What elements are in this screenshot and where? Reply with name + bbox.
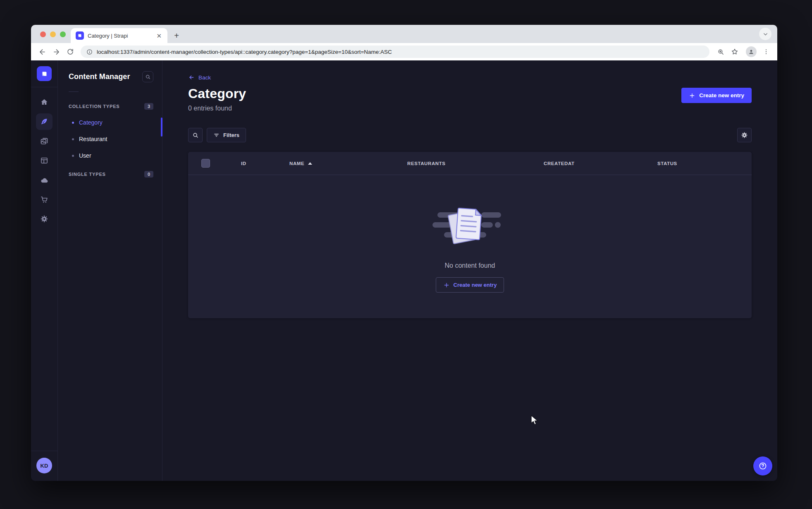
single-types-section: SINGLE TYPES 0 — [58, 168, 162, 180]
column-header-createdat[interactable]: CREATEDAT — [544, 161, 657, 166]
browser-tab-strip: Category | Strapi ✕ + — [31, 25, 777, 43]
collection-types-label: COLLECTION TYPES — [69, 104, 119, 109]
single-types-label: SINGLE TYPES — [69, 172, 106, 177]
strapi-logo-icon[interactable] — [37, 66, 52, 81]
tab-search-chevron-icon[interactable] — [759, 28, 771, 40]
main-content: Back Category 0 entries found Create new… — [162, 60, 777, 481]
bookmark-star-icon[interactable] — [728, 46, 741, 58]
browser-tab[interactable]: Category | Strapi ✕ — [71, 28, 167, 43]
column-header-status[interactable]: STATUS — [657, 161, 752, 166]
nav-home-icon[interactable] — [36, 94, 53, 110]
nav-marketplace-icon[interactable] — [36, 191, 53, 208]
browser-menu-icon[interactable] — [760, 46, 772, 58]
entries-table: ID NAME RESTAURANTS CREATEDAT STATUS — [188, 152, 752, 318]
sidebar-item-category[interactable]: Category — [58, 114, 162, 131]
content-manager-sidebar: Content Manager COLLECTION TYPES 3 Categ… — [58, 60, 162, 481]
tab-close-icon[interactable]: ✕ — [155, 32, 163, 40]
empty-state: No content found Create new entry — [188, 175, 752, 293]
empty-state-title: No content found — [445, 262, 495, 269]
close-window-button[interactable] — [40, 31, 46, 37]
tab-title: Category | Strapi — [88, 33, 151, 39]
rail-divider — [31, 87, 57, 87]
page-title: Category — [188, 86, 246, 101]
minimize-window-button[interactable] — [50, 31, 56, 37]
reload-icon[interactable] — [64, 46, 76, 58]
help-button[interactable] — [753, 456, 772, 475]
single-types-count-badge: 0 — [144, 171, 153, 178]
no-content-illustration — [432, 204, 509, 248]
back-nav-icon[interactable] — [36, 46, 48, 58]
new-tab-button[interactable]: + — [171, 30, 182, 41]
plus-icon — [689, 92, 695, 99]
main-nav-rail: KD — [31, 60, 58, 481]
fullscreen-window-button[interactable] — [60, 31, 66, 37]
column-header-name[interactable]: NAME — [289, 161, 407, 166]
sidebar-item-label: User — [79, 152, 91, 159]
user-avatar[interactable]: KD — [36, 458, 52, 473]
back-link[interactable]: Back — [188, 74, 211, 81]
empty-create-entry-button[interactable]: Create new entry — [436, 277, 504, 293]
back-arrow-icon — [188, 74, 195, 81]
sidebar-item-label: Category — [79, 119, 103, 126]
entries-count: 0 entries found — [188, 105, 246, 112]
rail-bottom-divider — [31, 451, 57, 451]
browser-toolbar: localhost:1337/admin/content-manager/col… — [31, 43, 777, 60]
sidebar-item-user[interactable]: User — [58, 147, 162, 164]
back-label: Back — [198, 74, 211, 81]
bullet-icon — [72, 155, 74, 157]
strapi-app: KD Content Manager COLLECTION TYPES 3 Ca… — [31, 60, 777, 481]
collection-types-count-badge: 3 — [144, 103, 153, 110]
plus-icon — [443, 282, 450, 288]
nav-deploy-cloud-icon[interactable] — [36, 172, 53, 188]
browser-profile-icon[interactable] — [746, 46, 757, 57]
url-text: localhost:1337/admin/content-manager/col… — [97, 49, 392, 55]
sidebar-item-label: Restaurant — [79, 136, 107, 142]
bullet-icon — [72, 138, 74, 140]
create-new-entry-button[interactable]: Create new entry — [681, 88, 752, 103]
nav-content-manager-icon[interactable] — [36, 113, 53, 130]
strapi-favicon-icon — [76, 31, 84, 40]
site-info-icon[interactable] — [86, 49, 93, 55]
sidebar-item-restaurant[interactable]: Restaurant — [58, 131, 162, 147]
sort-ascending-icon — [308, 162, 312, 165]
bullet-icon — [72, 122, 74, 124]
filter-icon — [213, 132, 220, 138]
zoom-page-icon[interactable] — [714, 46, 727, 58]
question-icon — [758, 461, 767, 471]
column-header-id[interactable]: ID — [241, 161, 289, 166]
window-controls — [40, 31, 66, 37]
sidebar-title: Content Manager — [69, 72, 130, 81]
browser-window: Category | Strapi ✕ + localhost:1337/adm… — [31, 25, 777, 481]
table-search-icon[interactable] — [188, 128, 203, 142]
collection-types-section: COLLECTION TYPES 3 — [58, 100, 162, 113]
sidebar-search-icon[interactable] — [142, 71, 153, 82]
url-bar[interactable]: localhost:1337/admin/content-manager/col… — [81, 46, 709, 58]
nav-media-library-icon[interactable] — [36, 133, 53, 149]
nav-settings-icon[interactable] — [36, 211, 53, 227]
filters-button[interactable]: Filters — [207, 128, 246, 142]
sidebar-divider — [69, 91, 79, 92]
forward-nav-icon[interactable] — [50, 46, 62, 58]
column-header-restaurants[interactable]: RESTAURANTS — [407, 161, 544, 166]
nav-content-type-builder-icon[interactable] — [36, 152, 53, 169]
table-header-row: ID NAME RESTAURANTS CREATEDAT STATUS — [188, 152, 752, 175]
select-all-checkbox[interactable] — [201, 159, 210, 168]
table-settings-gear-icon[interactable] — [737, 128, 752, 142]
